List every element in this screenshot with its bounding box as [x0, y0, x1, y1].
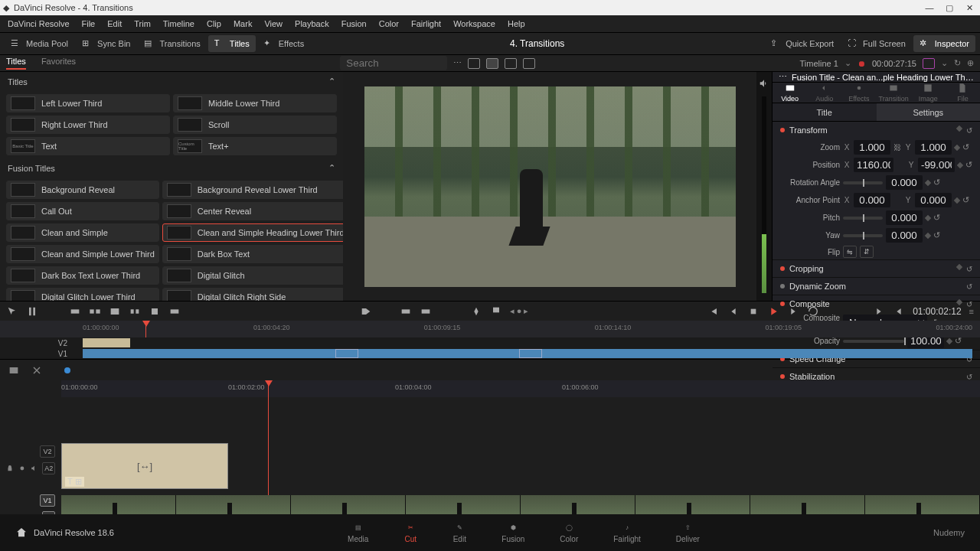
- minimize-button[interactable]: —: [922, 2, 937, 14]
- go-start-icon[interactable]: [707, 305, 720, 318]
- lock-icon[interactable]: [6, 464, 14, 473]
- stop-icon[interactable]: [747, 305, 760, 318]
- reset-icon[interactable]: ↺: [933, 230, 940, 240]
- view-mode-icon-2[interactable]: [486, 58, 498, 69]
- fusion-item[interactable]: Background Reveal: [6, 181, 159, 199]
- zoom-indicator[interactable]: [64, 367, 70, 373]
- section-dynamic-zoom[interactable]: Dynamic Zoom↺: [773, 278, 980, 295]
- track-label-v1[interactable]: V1: [0, 350, 74, 358]
- titles-item[interactable]: Left Lower Third: [6, 94, 170, 112]
- close-button[interactable]: ✕: [962, 2, 977, 14]
- view-mode-icon-3[interactable]: [505, 58, 517, 69]
- inspector-subtab-title[interactable]: Title: [773, 103, 877, 121]
- tool-close-icon[interactable]: [168, 305, 181, 318]
- keyframe-icon[interactable]: [925, 232, 931, 238]
- effects-button[interactable]: ✦Effects: [257, 35, 310, 52]
- link-icon[interactable]: ⛓: [893, 143, 901, 152]
- mute-icon[interactable]: [31, 464, 38, 473]
- inspector-subtab-settings[interactable]: Settings: [877, 103, 981, 121]
- menu-mark[interactable]: Mark: [234, 19, 252, 28]
- anchor-x-input[interactable]: [854, 193, 890, 207]
- timecode-menu-icon[interactable]: ≡: [969, 307, 974, 316]
- inspector-tab-audio[interactable]: Audio: [807, 83, 841, 103]
- inspector-tab-effects[interactable]: Effects: [841, 83, 876, 103]
- fusion-item[interactable]: Digital Glitch: [162, 266, 343, 285]
- page-edit[interactable]: ✎Edit: [452, 523, 466, 543]
- yaw-slider[interactable]: [843, 234, 883, 237]
- viewer-opt-1[interactable]: [923, 58, 935, 69]
- zoom-y-input[interactable]: [915, 140, 952, 155]
- page-deliver[interactable]: ⇪Deliver: [676, 523, 700, 543]
- fusion-item[interactable]: Clean and Simple: [6, 223, 159, 242]
- speaker-icon[interactable]: [759, 78, 769, 89]
- tool-transition-icon[interactable]: [360, 305, 372, 318]
- menu-workspace[interactable]: Workspace: [453, 19, 495, 28]
- inspector-tab-image[interactable]: Image: [911, 83, 946, 103]
- media-pool-button[interactable]: ☰Media Pool: [5, 35, 74, 52]
- home-icon[interactable]: [15, 527, 28, 539]
- fusion-item[interactable]: Clean and Simple Lower Third: [6, 245, 159, 263]
- play-icon[interactable]: [767, 305, 779, 318]
- clip-video-upper[interactable]: [83, 349, 972, 358]
- section-cropping[interactable]: Cropping↺: [773, 260, 980, 277]
- search-input[interactable]: [340, 56, 447, 70]
- fusion-item[interactable]: Dark Box Text Lower Third: [6, 266, 159, 285]
- viewer-opt-3[interactable]: ↻: [954, 58, 961, 68]
- page-fairlight[interactable]: ♪Fairlight: [613, 523, 641, 543]
- menu-timeline[interactable]: Timeline: [163, 19, 194, 28]
- sync-bin-button[interactable]: ⊞Sync Bin: [76, 35, 136, 52]
- menu-trim[interactable]: Trim: [134, 19, 151, 28]
- rotation-slider[interactable]: [843, 181, 883, 184]
- inspector-options-icon[interactable]: ⋯: [779, 72, 787, 82]
- menu-color[interactable]: Color: [379, 19, 399, 28]
- tool-smooth-icon[interactable]: [420, 305, 432, 318]
- title-clip-lower[interactable]: [↔] T ⊞: [61, 443, 228, 489]
- inspector-tab-file[interactable]: File: [946, 83, 980, 103]
- inspector-tab-transition[interactable]: Transition: [877, 83, 911, 103]
- titles-item[interactable]: Basic TitleText: [6, 137, 170, 155]
- keyframe-icon[interactable]: [954, 144, 960, 150]
- timeline-view-icon[interactable]: [8, 364, 20, 377]
- section-transform[interactable]: Transform ↺: [773, 122, 980, 139]
- anchor-y-input[interactable]: [915, 193, 952, 207]
- menu-fairlight[interactable]: Fairlight: [411, 19, 441, 28]
- fusion-item[interactable]: Clean and Simple Heading Lower Third: [162, 223, 343, 242]
- blade-icon[interactable]: [31, 364, 43, 377]
- full-screen-button[interactable]: ⛶Full Screen: [841, 35, 912, 52]
- loop-icon[interactable]: [807, 305, 819, 318]
- pos-y-input[interactable]: [918, 158, 955, 172]
- reset-icon[interactable]: ↺: [933, 213, 940, 223]
- flip-v-button[interactable]: ⇵: [860, 246, 874, 258]
- titles-button[interactable]: TTitles: [208, 35, 256, 52]
- go-in-icon[interactable]: [873, 305, 885, 318]
- insert-icon[interactable]: [69, 305, 81, 318]
- quick-export-button[interactable]: ⇪Quick Export: [764, 35, 840, 52]
- tool-marker-icon[interactable]: [470, 305, 482, 318]
- page-color[interactable]: ◯Color: [560, 523, 578, 543]
- fusion-item[interactable]: Dark Box Text: [162, 245, 343, 263]
- timeline-name[interactable]: Timeline 1: [800, 59, 838, 68]
- clip-title-upper[interactable]: [83, 338, 130, 347]
- tool-select-icon[interactable]: [6, 305, 18, 318]
- zoom-x-input[interactable]: [854, 140, 890, 155]
- fusion-item[interactable]: Call Out: [6, 202, 159, 220]
- tab-favorites[interactable]: Favorites: [41, 57, 76, 70]
- menu-fusion[interactable]: Fusion: [341, 19, 367, 28]
- reset-icon[interactable]: ↺: [933, 178, 940, 187]
- menu-playback[interactable]: Playback: [295, 19, 329, 28]
- options-icon[interactable]: ⋯: [453, 58, 462, 68]
- transport-timecode[interactable]: 01:00:02:12: [913, 306, 961, 317]
- titles-item[interactable]: Scroll: [173, 116, 337, 134]
- flip-h-button[interactable]: ⇋: [843, 246, 857, 258]
- keyframe-icon[interactable]: [954, 197, 960, 203]
- tool-dissolve-icon[interactable]: [400, 305, 412, 318]
- reset-icon[interactable]: ↺: [962, 195, 969, 205]
- titles-item[interactable]: Right Lower Third: [6, 116, 170, 134]
- pos-x-input[interactable]: [854, 158, 893, 172]
- titles-item[interactable]: Middle Lower Third: [173, 94, 337, 112]
- tool-ripple-icon[interactable]: [149, 305, 161, 318]
- playhead-upper[interactable]: [145, 321, 146, 337]
- transitions-button[interactable]: ▤Transitions: [138, 35, 206, 52]
- fusion-item[interactable]: Digital Glitch Right Side: [162, 288, 343, 301]
- keyframe-icon[interactable]: [957, 161, 963, 168]
